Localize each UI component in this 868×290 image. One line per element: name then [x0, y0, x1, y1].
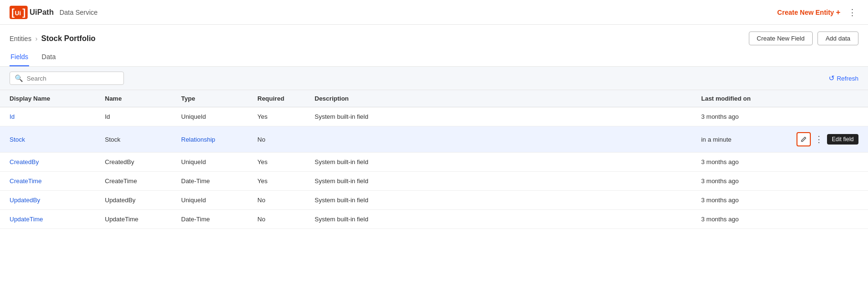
- table-body: IdIdUniqueIdYesSystem built-in field3 mo…: [0, 107, 868, 229]
- field-description: System built-in field: [305, 107, 692, 126]
- svg-text:]: ]: [22, 7, 26, 18]
- field-name: UpdatedBy: [95, 191, 172, 210]
- refresh-button[interactable]: ↻ Refresh: [828, 74, 858, 83]
- table-row: UpdateTimeUpdateTimeDate-TimeNoSystem bu…: [0, 210, 868, 229]
- col-header-display-name: Display Name: [0, 90, 95, 107]
- search-box: 🔍: [10, 72, 124, 85]
- field-display-name-link[interactable]: UpdatedBy: [10, 197, 40, 204]
- search-input[interactable]: [27, 75, 119, 82]
- field-row-actions: ⋮Edit field: [787, 126, 868, 153]
- field-type: Relationship: [172, 126, 248, 153]
- col-header-type: Type: [172, 90, 248, 107]
- field-description: System built-in field: [305, 210, 692, 229]
- breadcrumb-bar: Entities › Stock Portfolio Create New Fi…: [0, 25, 868, 45]
- header-right: Create New Entity + ⋮: [777, 5, 858, 20]
- table-row: UpdatedByUpdatedByUniqueIdNoSystem built…: [0, 191, 868, 210]
- edit-field-button[interactable]: [797, 132, 811, 146]
- field-name: CreatedBy: [95, 153, 172, 172]
- create-entity-button[interactable]: Create New Entity +: [777, 8, 840, 17]
- breadcrumb: Entities › Stock Portfolio: [10, 34, 95, 43]
- breadcrumb-current-entity: Stock Portfolio: [41, 34, 96, 43]
- uipath-brand-name: UiPath: [30, 8, 54, 17]
- field-required: No: [248, 191, 305, 210]
- field-display-name-link[interactable]: CreateTime: [10, 177, 41, 185]
- svg-text:Ui: Ui: [15, 10, 21, 17]
- table-row: CreateTimeCreateTimeDate-TimeYesSystem b…: [0, 172, 868, 191]
- field-description: System built-in field: [305, 172, 692, 191]
- field-type: Date-Time: [172, 210, 248, 229]
- field-display-name-link[interactable]: CreatedBy: [10, 158, 39, 166]
- tab-fields[interactable]: Fields: [10, 50, 29, 66]
- field-name: Id: [95, 107, 172, 126]
- field-row-actions: [787, 107, 868, 126]
- col-header-description: Description: [305, 90, 692, 107]
- uipath-logo-icon: [ Ui ]: [10, 6, 28, 19]
- field-required: No: [248, 126, 305, 153]
- field-required: Yes: [248, 153, 305, 172]
- field-required: Yes: [248, 107, 305, 126]
- breadcrumb-chevron-icon: ›: [35, 35, 38, 42]
- field-display-name-link[interactable]: Stock: [10, 136, 25, 143]
- create-entity-label: Create New Entity: [777, 9, 834, 16]
- col-header-name: Name: [95, 90, 172, 107]
- table-row: IdIdUniqueIdYesSystem built-in field3 mo…: [0, 107, 868, 126]
- edit-field-tooltip: Edit field: [827, 134, 858, 145]
- col-header-actions: [787, 90, 868, 107]
- table-header: Display Name Name Type Required Descript…: [0, 90, 868, 107]
- logo-area: [ Ui ] UiPath Data Service: [10, 6, 98, 19]
- field-type: UniqueId: [172, 153, 248, 172]
- table-row: CreatedByCreatedByUniqueIdYesSystem buil…: [0, 153, 868, 172]
- table-row: StockStockRelationshipNoin a minute⋮Edit…: [0, 126, 868, 153]
- refresh-label: Refresh: [837, 75, 858, 82]
- col-header-last-modified: Last modified on: [692, 90, 787, 107]
- field-last-modified: 3 months ago: [692, 107, 787, 126]
- col-header-required: Required: [248, 90, 305, 107]
- field-type: Date-Time: [172, 172, 248, 191]
- uipath-logo: [ Ui ] UiPath Data Service: [10, 6, 98, 19]
- row-actions-container: ⋮Edit field: [797, 132, 858, 146]
- field-description: System built-in field: [305, 153, 692, 172]
- field-last-modified: in a minute: [692, 126, 787, 153]
- header-more-menu-button[interactable]: ⋮: [846, 5, 858, 20]
- field-required: No: [248, 210, 305, 229]
- service-name: Data Service: [60, 9, 98, 16]
- field-row-actions: [787, 172, 868, 191]
- search-icon: 🔍: [15, 74, 23, 82]
- row-more-menu-button[interactable]: ⋮: [813, 133, 825, 145]
- field-row-actions: [787, 191, 868, 210]
- toolbar: 🔍 ↻ Refresh: [0, 67, 868, 90]
- field-type: UniqueId: [172, 107, 248, 126]
- field-required: Yes: [248, 172, 305, 191]
- field-name: UpdateTime: [95, 210, 172, 229]
- create-new-field-button[interactable]: Create New Field: [749, 31, 813, 45]
- refresh-icon: ↻: [828, 74, 835, 83]
- field-last-modified: 3 months ago: [692, 191, 787, 210]
- field-last-modified: 3 months ago: [692, 172, 787, 191]
- breadcrumb-actions: Create New Field Add data: [749, 31, 858, 45]
- field-type: UniqueId: [172, 191, 248, 210]
- field-last-modified: 3 months ago: [692, 210, 787, 229]
- app-header: [ Ui ] UiPath Data Service Create New En…: [0, 0, 868, 25]
- field-description: [305, 126, 692, 153]
- field-row-actions: [787, 210, 868, 229]
- field-display-name-link[interactable]: Id: [10, 113, 15, 120]
- fields-table-container: Display Name Name Type Required Descript…: [0, 90, 868, 229]
- fields-table: Display Name Name Type Required Descript…: [0, 90, 868, 229]
- field-row-actions: [787, 153, 868, 172]
- create-entity-plus-icon: +: [836, 8, 840, 17]
- field-display-name-link[interactable]: UpdateTime: [10, 216, 43, 223]
- field-description: System built-in field: [305, 191, 692, 210]
- tab-bar: Fields Data: [0, 45, 868, 67]
- field-name: CreateTime: [95, 172, 172, 191]
- field-name: Stock: [95, 126, 172, 153]
- field-last-modified: 3 months ago: [692, 153, 787, 172]
- breadcrumb-entities[interactable]: Entities: [10, 35, 31, 42]
- svg-text:[: [: [11, 7, 15, 18]
- tab-data[interactable]: Data: [41, 50, 57, 66]
- add-data-button[interactable]: Add data: [817, 31, 858, 45]
